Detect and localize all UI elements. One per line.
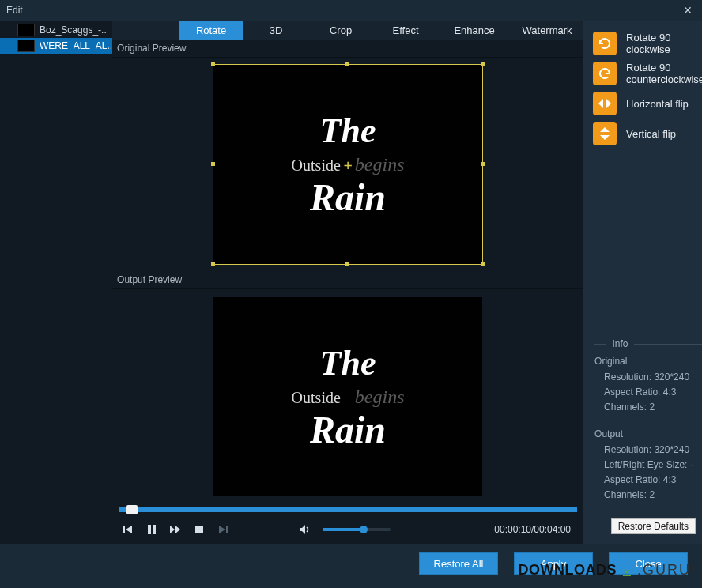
svg-marker-11 — [606, 99, 611, 108]
info-line: Resolution: 320*240 — [594, 443, 702, 458]
info-line: Channels: 2 — [594, 400, 702, 415]
svg-marker-9 — [300, 525, 305, 534]
seek-track[interactable] — [119, 507, 577, 512]
crosshair-icon: + — [344, 156, 353, 173]
svg-rect-6 — [195, 526, 203, 533]
video-content-text: Rain — [310, 408, 386, 451]
rotate-cw-icon — [593, 32, 617, 55]
info-line: Left/Right Eye Size: - — [594, 458, 702, 473]
action-label: Rotate 90 counterclockwise — [626, 62, 702, 85]
flip-horizontal-button[interactable]: Horizontal flip — [583, 89, 702, 119]
svg-marker-10 — [598, 99, 603, 108]
action-label: Rotate 90 clockwise — [626, 32, 702, 55]
close-button[interactable]: Close — [609, 552, 688, 575]
svg-rect-8 — [226, 526, 228, 533]
tab-watermark[interactable]: Watermark — [511, 21, 583, 40]
svg-marker-12 — [600, 127, 610, 132]
window-title: Edit — [6, 5, 23, 16]
info-line: Aspect Ratio: 4:3 — [594, 385, 702, 400]
action-label: Horizontal flip — [626, 98, 689, 110]
svg-marker-13 — [600, 135, 610, 140]
seek-thumb[interactable] — [126, 505, 138, 514]
file-item[interactable]: WERE_ALL_AL.. — [0, 38, 112, 54]
tab-crop[interactable]: Crop — [308, 21, 373, 40]
rotate-ccw-button[interactable]: Rotate 90 counterclockwise — [583, 58, 702, 89]
tab-enhance[interactable]: Enhance — [438, 21, 511, 40]
right-panel: Rotate 90 clockwise Rotate 90 counterclo… — [583, 21, 702, 544]
info-line: Aspect Ratio: 4:3 — [594, 473, 702, 488]
resize-handle[interactable] — [345, 62, 349, 66]
svg-marker-7 — [219, 526, 225, 533]
resize-handle[interactable] — [211, 162, 215, 166]
svg-marker-4 — [170, 526, 175, 533]
player-controls: 00:00:10/00:04:00 — [112, 515, 583, 544]
footer: Restore All Apply Close DOWNLOADS .GURU — [0, 544, 702, 583]
video-content-text: Outside — [292, 389, 341, 407]
rotate-cw-button[interactable]: Rotate 90 clockwise — [583, 28, 702, 58]
restore-defaults-button[interactable]: Restore Defaults — [611, 518, 696, 534]
resize-handle[interactable] — [481, 62, 485, 66]
file-item[interactable]: Boz_Scaggs_-.. — [0, 22, 112, 38]
svg-rect-3 — [153, 525, 156, 534]
seek-bar[interactable] — [112, 504, 583, 515]
resize-handle[interactable] — [211, 62, 215, 66]
stop-icon[interactable] — [193, 523, 206, 536]
svg-marker-1 — [126, 526, 132, 533]
file-sidebar: Boz_Scaggs_-.. WERE_ALL_AL.. — [0, 21, 112, 544]
fast-forward-icon[interactable] — [169, 523, 182, 536]
restore-all-button[interactable]: Restore All — [419, 552, 498, 575]
info-original-title: Original — [594, 356, 702, 367]
pause-icon[interactable] — [145, 523, 158, 536]
prev-icon[interactable] — [122, 523, 134, 536]
tab-rotate[interactable]: Rotate — [179, 21, 243, 40]
action-label: Vertical flip — [626, 128, 676, 140]
titlebar: Edit × — [0, 0, 702, 21]
video-content-text: The — [320, 111, 376, 151]
flip-vertical-button[interactable]: Vertical flip — [583, 119, 702, 149]
info-line: Resolution: 320*240 — [594, 370, 702, 385]
resize-handle[interactable] — [345, 262, 349, 266]
video-frame-output: The Outside begins Rain — [213, 297, 482, 496]
video-frame-original[interactable]: + The Outside begins Rain — [213, 65, 482, 264]
video-content-text: The — [320, 343, 376, 383]
apply-button[interactable]: Apply — [514, 552, 593, 575]
tab-3d[interactable]: 3D — [243, 21, 308, 40]
video-content-text: Rain — [310, 175, 386, 219]
tabs: Rotate 3D Crop Effect Enhance Watermark — [112, 21, 583, 40]
tab-effect[interactable]: Effect — [373, 21, 438, 40]
volume-thumb[interactable] — [360, 526, 368, 533]
svg-rect-0 — [123, 526, 125, 533]
output-preview-label: Output Preview — [112, 271, 583, 289]
video-content-text: begins — [355, 154, 405, 175]
time-display: 00:00:10/00:04:00 — [494, 524, 571, 535]
resize-handle[interactable] — [211, 262, 215, 266]
original-preview-label: Original Preview — [112, 40, 583, 58]
info-section: Info Original Resolution: 320*240 Aspect… — [583, 338, 702, 503]
next-icon[interactable] — [217, 523, 229, 536]
resize-handle[interactable] — [481, 262, 485, 266]
info-title: Info — [612, 338, 628, 349]
video-content-text: Outside — [292, 156, 341, 175]
original-preview[interactable]: + The Outside begins Rain — [112, 58, 583, 271]
rotate-ccw-icon — [593, 62, 617, 85]
info-output-title: Output — [594, 428, 702, 439]
resize-handle[interactable] — [481, 162, 485, 166]
svg-rect-2 — [148, 525, 151, 534]
info-line: Channels: 2 — [594, 488, 702, 503]
video-content-text: begins — [355, 386, 405, 408]
flip-h-icon — [593, 92, 617, 115]
output-preview[interactable]: The Outside begins Rain — [112, 289, 583, 504]
volume-icon[interactable] — [299, 523, 311, 536]
flip-v-icon — [593, 122, 617, 145]
volume-slider[interactable] — [323, 528, 391, 531]
close-icon[interactable]: × — [680, 2, 696, 18]
svg-marker-5 — [176, 526, 180, 533]
